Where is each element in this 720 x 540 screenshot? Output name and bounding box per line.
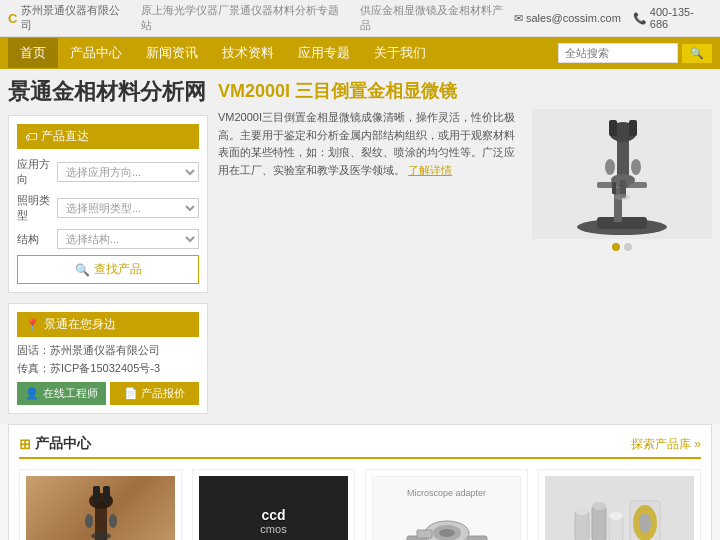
product-hero-desc: VM2000I三目倒置金相显微镜成像清晰，操作灵活，性价比极高。主要用于鉴定和分…	[218, 109, 524, 251]
phone-contact: 📞 400-135-686	[633, 6, 712, 30]
product-grid: 金相显微镜 金相显微镜结构坚固，平稳可靠，具有外形美观大方、使用方便灵活，显微镜…	[19, 469, 701, 540]
section-title: ⊞ 产品中心	[19, 435, 91, 453]
equipment-svg	[570, 481, 670, 540]
search-input[interactable]	[558, 43, 678, 63]
product-card-img-equipment	[545, 476, 694, 540]
filter-row-structure: 结构 选择结构...	[17, 229, 199, 249]
nav-item-apps[interactable]: 应用专题	[286, 38, 362, 68]
svg-rect-33	[592, 506, 606, 540]
top-bar-left: C 苏州景通仪器有限公司 原上海光学仪器厂景通仪器材料分析专题站 供应金相显微镜…	[8, 3, 514, 33]
contact-header: 📍 景通在您身边	[17, 312, 199, 337]
section-header: ⊞ 产品中心 探索产品库 »	[19, 435, 701, 459]
grid-icon: ⊞	[19, 436, 31, 452]
svg-rect-27	[417, 530, 432, 538]
carousel-dot-2[interactable]	[624, 243, 632, 251]
right-panel: VM2000I 三目倒置金相显微镜 VM2000I三目倒置金相显微镜成像清晰，操…	[208, 79, 712, 414]
top-bar: C 苏州景通仪器有限公司 原上海光学仪器厂景通仪器材料分析专题站 供应金相显微镜…	[0, 0, 720, 37]
structure-select[interactable]: 选择结构...	[57, 229, 199, 249]
svg-point-11	[605, 159, 615, 175]
adapter-svg	[402, 498, 492, 540]
email-icon: ✉	[514, 12, 523, 25]
carousel-dot-1[interactable]	[612, 243, 620, 251]
svg-rect-31	[575, 511, 589, 540]
svg-point-19	[91, 532, 111, 540]
application-select[interactable]: 选择应用方向...	[57, 162, 199, 182]
svg-rect-6	[609, 120, 617, 136]
lighting-select[interactable]: 选择照明类型...	[57, 198, 199, 218]
contact-box: 📍 景通在您身边 固话：苏州景通仪器有限公司 传真：苏ICP备15032405号…	[8, 303, 208, 414]
person-icon: 👤	[25, 387, 39, 399]
top-bar-right: ✉ sales@cossim.com 📞 400-135-686	[514, 6, 712, 30]
product-more-link[interactable]: 了解详情	[408, 164, 452, 176]
email-contact: ✉ sales@cossim.com	[514, 12, 621, 25]
svg-point-20	[85, 514, 93, 528]
doc-icon: 📄	[124, 387, 138, 399]
microscope-image	[532, 109, 712, 239]
location-icon: 📍	[25, 318, 40, 332]
contact-address: 固话：苏州景通仪器有限公司	[17, 343, 199, 358]
filter-label-structure: 结构	[17, 232, 53, 247]
search-button[interactable]: 🔍	[682, 44, 712, 63]
engineer-label: 在线工程师	[43, 387, 98, 399]
product-card-img-camera: ccd cmos	[199, 476, 348, 540]
nav-item-about[interactable]: 关于我们	[362, 38, 438, 68]
product-hero-image	[532, 109, 712, 251]
svg-point-12	[631, 159, 641, 175]
carousel-dots	[532, 243, 712, 251]
phone-number: 400-135-686	[650, 6, 712, 30]
ccd-label: ccd	[260, 507, 286, 523]
product-card-img-microscope	[26, 476, 175, 540]
svg-rect-7	[629, 120, 637, 136]
product-card-camera: ccd cmos 金相显微相机 金相显微镜像头充分发挥了显微镜头与相机结合的时的…	[192, 469, 355, 540]
explore-more-link[interactable]: 探索产品库 »	[631, 436, 701, 453]
origin-text: 原上海光学仪器厂景通仪器材料分析专题站	[141, 3, 350, 33]
nav-item-tech[interactable]: 技术资料	[210, 38, 286, 68]
left-panel: 景通金相材料分析网 🏷 产品直达 应用方向 选择应用方向... 照明类型 选择照…	[8, 79, 208, 414]
product-desc-area: VM2000I三目倒置金相显微镜成像清晰，操作灵活，性价比极高。主要用于鉴定和分…	[218, 109, 712, 251]
filter-label-lighting: 照明类型	[17, 193, 53, 223]
nav-item-news[interactable]: 新闻资讯	[134, 38, 210, 68]
product-card-adapter: Microscope adapter 金相显微镜相机接口 金相显微镜相机接口是连…	[365, 469, 528, 540]
svg-rect-18	[103, 486, 110, 504]
filter-row-lighting: 照明类型 选择照明类型...	[17, 193, 199, 223]
email-address: sales@cossim.com	[526, 12, 621, 24]
product-center-section: ⊞ 产品中心 探索产品库 » 金相显微镜 金相显微镜结构坚固，平稳可靠，	[8, 424, 712, 540]
filter-row-application: 应用方向 选择应用方向...	[17, 157, 199, 187]
svg-rect-17	[93, 486, 100, 504]
contact-fax: 传真：苏ICP备15032405号-3	[17, 361, 199, 376]
section-title-text: 产品中心	[35, 435, 91, 453]
catalog-button[interactable]: 📄 产品报价	[110, 382, 199, 405]
svg-point-30	[639, 513, 651, 533]
find-product-button[interactable]: 🔍 查找产品	[17, 255, 199, 284]
catalog-label: 产品报价	[141, 387, 185, 399]
nav-search: 🔍	[558, 43, 712, 63]
product-card-microscope: 金相显微镜 金相显微镜结构坚固，平稳可靠，具有外形美观大方、使用方便灵活，显微镜…	[19, 469, 182, 540]
site-logo: C	[8, 11, 17, 26]
microscope-card-svg	[51, 481, 151, 540]
svg-point-36	[609, 512, 623, 520]
svg-point-34	[592, 502, 606, 510]
product-hero-title: VM2000I 三目倒置金相显微镜	[218, 79, 712, 103]
filter-label-application: 应用方向	[17, 157, 53, 187]
nav-item-home[interactable]: 首页	[8, 38, 58, 68]
filter-header: 🏷 产品直达	[17, 124, 199, 149]
phone-icon: 📞	[633, 12, 647, 25]
microscope-svg	[542, 112, 702, 237]
svg-rect-10	[612, 182, 616, 194]
cmos-label: cmos	[260, 523, 286, 535]
contact-buttons: 👤 在线工程师 📄 产品报价	[17, 382, 199, 405]
tag-icon: 🏷	[25, 130, 37, 144]
search-icon: 🔍	[75, 263, 90, 277]
engineer-button[interactable]: 👤 在线工程师	[17, 382, 106, 405]
svg-point-32	[575, 507, 589, 515]
company-name: 苏州景通仪器有限公司	[21, 3, 131, 33]
filter-header-label: 产品直达	[41, 128, 89, 145]
search-btn-label: 查找产品	[94, 261, 142, 278]
nav-items: 首页 产品中心 新闻资讯 技术资料 应用专题 关于我们	[8, 38, 438, 68]
nav-item-products[interactable]: 产品中心	[58, 38, 134, 68]
product-card-img-adapter: Microscope adapter	[372, 476, 521, 540]
svg-point-21	[109, 514, 117, 528]
svg-point-13	[614, 194, 630, 200]
contact-header-label: 景通在您身边	[44, 316, 116, 333]
main-content: 景通金相材料分析网 🏷 产品直达 应用方向 选择应用方向... 照明类型 选择照…	[0, 69, 720, 424]
